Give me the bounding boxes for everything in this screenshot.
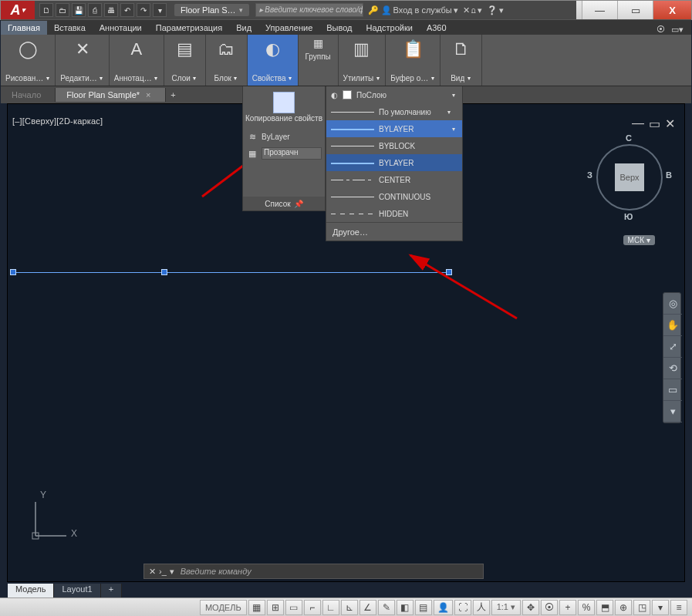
nav-pan-icon[interactable]: ✋ — [663, 315, 682, 336]
status-btn-7[interactable]: ✎ — [378, 600, 395, 615]
nav-wheel-icon[interactable]: ◎ — [663, 293, 682, 315]
viewcube[interactable]: Верх С З В Ю — [592, 135, 667, 227]
status-btn-11[interactable]: ⛶ — [454, 600, 471, 615]
exchange-button[interactable]: ✕ ⩍ ▾ — [463, 5, 482, 15]
canvas-close-icon[interactable]: ✕ — [665, 116, 675, 131]
qat-new-icon[interactable]: 🗋 — [39, 3, 53, 17]
ribbon-tab-7[interactable]: Надстройки — [360, 21, 420, 35]
linetype-other[interactable]: Другое… — [326, 222, 462, 241]
qat-saveas-icon[interactable]: ⎙ — [88, 3, 102, 17]
status-btn-1[interactable]: ⊞ — [267, 600, 284, 615]
panel-dd-icon[interactable]: ▾ — [375, 75, 380, 82]
linetype-row-HIDDEN[interactable]: HIDDEN — [326, 205, 462, 222]
panel-dd-icon[interactable]: ▾ — [192, 75, 197, 82]
ribbon-panel-Рисован…[interactable]: ◯Рисован…▾ — [1, 35, 56, 86]
tab-extra-bullet-icon[interactable]: ⦿ — [657, 25, 665, 35]
qat-save-icon[interactable]: 💾 — [72, 3, 86, 17]
ribbon-panel-Аннотац…[interactable]: AАннотац…▾ — [110, 35, 164, 86]
object-color-row[interactable]: ◐ ПоСлою ▾ — [326, 86, 462, 103]
status-btn-4[interactable]: ∟ — [322, 600, 339, 615]
help-button[interactable]: ❔ ▾ — [487, 5, 504, 15]
status-btn-2[interactable]: ▭ — [285, 600, 302, 615]
ribbon-panel-Редакти…[interactable]: ✕Редакти…▾ — [56, 35, 110, 86]
viewcube-west[interactable]: З — [587, 170, 592, 180]
grip-end[interactable] — [446, 269, 452, 275]
panel-dd-icon[interactable]: ▾ — [233, 75, 238, 82]
window-close[interactable]: X — [653, 1, 691, 19]
document-title-dd-icon[interactable]: ▾ — [239, 6, 243, 14]
panel-dd-icon[interactable]: ▾ — [154, 75, 159, 82]
linetype-row-BYLAYER[interactable]: BYLAYER▾ — [326, 120, 462, 137]
linetype-dd-icon[interactable]: ▾ — [450, 126, 457, 133]
cmd-recent-icon[interactable]: ›_ — [159, 567, 167, 576]
search-input[interactable]: ▸ Введите ключевое слово/фразу — [255, 3, 363, 17]
canvas-max-icon[interactable]: ▭ — [649, 116, 660, 131]
nav-orbit-icon[interactable]: ⟲ — [663, 358, 682, 379]
ribbon-tab-1[interactable]: Вставка — [47, 21, 93, 35]
layout-tab-add[interactable]: + — [101, 584, 122, 597]
nav-zoom-icon[interactable]: ⤢ — [663, 336, 682, 358]
panel-dd-icon[interactable]: ▾ — [99, 75, 104, 82]
status-model[interactable]: МОДЕЛЬ — [200, 600, 247, 615]
status-btn-5[interactable]: ⊾ — [341, 600, 358, 615]
bylayer-row[interactable]: ≋ ByLayer — [243, 128, 325, 145]
qat-undo-icon[interactable]: ↶ — [120, 3, 134, 17]
layout-tab-Модель[interactable]: Модель — [8, 584, 54, 597]
properties-footer[interactable]: Список 📌 — [243, 197, 325, 210]
ribbon-tab-3[interactable]: Параметризация — [149, 21, 229, 35]
viewcube-north[interactable]: С — [626, 133, 632, 143]
canvas-min-icon[interactable]: — — [632, 116, 644, 131]
status-btn-12[interactable]: 人 — [473, 600, 490, 615]
linetype-row-По умолчанию[interactable]: По умолчанию▾ — [326, 103, 462, 120]
viewcube-face[interactable]: Верх — [615, 163, 644, 191]
status-btn-10[interactable]: 👤 — [434, 600, 453, 615]
transparency-row[interactable]: ▦ Прозрачн — [243, 145, 325, 162]
wcs-badge[interactable]: МСК▾ — [623, 235, 655, 245]
ribbon-tab-2[interactable]: Аннотации — [93, 21, 149, 35]
signin-button[interactable]: 🔑 👤 Вход в службы ▾ — [368, 5, 458, 15]
linetype-row-BYLAYER[interactable]: BYLAYER — [326, 154, 462, 171]
linetype-dd-icon[interactable]: ▾ — [445, 109, 453, 116]
ribbon-tab-8[interactable]: A360 — [420, 21, 454, 35]
command-line[interactable]: ✕ ›_ ▾ Введите команду — [143, 564, 484, 579]
status-btn-9[interactable]: ▤ — [415, 600, 432, 615]
status-btn-16[interactable]: + — [559, 600, 576, 615]
doc-tab-close-icon[interactable]: × — [146, 90, 150, 99]
status-btn-8[interactable]: ◧ — [397, 600, 414, 615]
qat-open-icon[interactable]: 🗀 — [56, 3, 69, 17]
pin-icon[interactable]: 📌 — [294, 200, 303, 208]
qat-print-icon[interactable]: 🖶 — [104, 3, 118, 17]
ribbon-panel-Группы[interactable]: ▦Группы — [299, 35, 339, 86]
doc-tab-add[interactable]: + — [166, 90, 181, 99]
doc-tab-1[interactable]: Floor Plan Sample*× — [56, 88, 165, 102]
cmd-close-icon[interactable]: ✕ — [149, 567, 156, 577]
panel-dd-icon[interactable]: ▾ — [466, 75, 471, 82]
window-minimize[interactable]: — — [582, 1, 617, 19]
panel-dd-icon[interactable]: ▾ — [288, 75, 293, 82]
linetype-row-BYBLOCK[interactable]: BYBLOCK — [326, 137, 462, 154]
ribbon-panel-Слои[interactable]: ▤Слои▾ — [164, 35, 206, 86]
linetype-row-CENTER[interactable]: CENTER — [326, 171, 462, 188]
viewcube-east[interactable]: В — [666, 170, 672, 180]
ribbon-panel-Утилиты[interactable]: ▥Утилиты▾ — [339, 35, 387, 86]
cmd-config-icon[interactable]: ▾ — [170, 567, 174, 577]
status-btn-17[interactable]: % — [578, 600, 595, 615]
status-btn-3[interactable]: ⌐ — [304, 600, 321, 615]
grip-mid[interactable] — [161, 269, 167, 275]
window-maximize[interactable]: ▭ — [617, 1, 653, 19]
layout-tab-Layout1[interactable]: Layout1 — [54, 584, 100, 597]
ribbon-panel-Свойства[interactable]: ◐Свойства▾ — [248, 35, 299, 86]
app-logo[interactable]: A▾ — [1, 1, 35, 19]
ribbon-tab-6[interactable]: Вывод — [319, 21, 359, 35]
status-btn-21[interactable]: ▾ — [652, 600, 669, 615]
nav-dd-icon[interactable]: ▾ — [663, 401, 682, 422]
status-btn-6[interactable]: ∠ — [360, 600, 376, 615]
ribbon-panel-Буфер о…[interactable]: 📋Буфер о…▾ — [386, 35, 441, 86]
status-btn-22[interactable]: ≡ — [670, 600, 687, 615]
match-properties-button[interactable]: Копирование свойств — [243, 86, 325, 128]
color-dd-icon[interactable]: ▾ — [450, 92, 457, 99]
panel-dd-icon[interactable]: ▾ — [45, 75, 50, 82]
transparency-field[interactable]: Прозрачн — [262, 147, 322, 160]
qat-more-icon[interactable]: ▾ — [153, 3, 167, 17]
status-btn-15[interactable]: ⦿ — [541, 600, 558, 615]
